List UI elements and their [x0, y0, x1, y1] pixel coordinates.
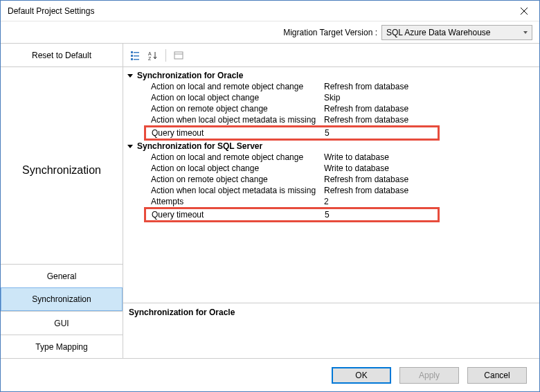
prop-sql-remote[interactable]: Action on remote object changeRefresh fr…	[123, 174, 537, 185]
svg-rect-7	[134, 59, 139, 60]
reset-label: Reset to Default	[32, 51, 91, 60]
group-sql[interactable]: Synchronization for SQL Server	[123, 141, 537, 152]
nav-general[interactable]: General	[1, 264, 123, 287]
property-grid[interactable]: Synchronization for Oracle Action on loc…	[123, 67, 539, 303]
nav-synchronization[interactable]: Synchronization	[1, 287, 123, 311]
prop-sql-attempts[interactable]: Attempts2	[123, 196, 537, 207]
titlebar: Default Project Settings	[1, 1, 539, 21]
highlight-sql-timeout: Query timeout5	[144, 207, 440, 222]
cancel-button[interactable]: Cancel	[467, 367, 527, 384]
alpha-sort-icon: AZ	[148, 51, 158, 60]
svg-rect-4	[131, 55, 133, 57]
description-title: Synchronization for Oracle	[129, 308, 235, 317]
svg-rect-3	[134, 52, 139, 53]
prop-sql-local-remote[interactable]: Action on local and remote object change…	[123, 152, 537, 163]
prop-oracle-local[interactable]: Action on local object changeSkip	[123, 92, 537, 103]
left-column: Reset to Default Synchronization General…	[1, 44, 123, 358]
description-panel: Synchronization for Oracle	[123, 303, 539, 358]
settings-window: Default Project Settings Migration Targe…	[0, 0, 540, 392]
right-column: AZ Synchronization for Oracle	[123, 44, 539, 358]
body: Reset to Default Synchronization General…	[1, 44, 539, 358]
prop-oracle-remote[interactable]: Action on remote object changeRefresh fr…	[123, 103, 537, 114]
prop-oracle-local-remote[interactable]: Action on local and remote object change…	[123, 81, 537, 92]
categorized-button[interactable]	[127, 48, 143, 63]
group-sql-header: Synchronization for SQL Server	[137, 141, 262, 151]
prop-sql-local[interactable]: Action on local object changeWrite to da…	[123, 163, 537, 174]
prop-sql-timeout[interactable]: Query timeout5	[146, 209, 438, 220]
property-toolbar: AZ	[123, 44, 539, 67]
reset-to-default-button[interactable]: Reset to Default	[1, 44, 123, 67]
svg-text:Z: Z	[148, 56, 152, 60]
svg-text:A: A	[148, 51, 152, 56]
group-oracle[interactable]: Synchronization for Oracle	[123, 70, 537, 81]
window-title: Default Project Settings	[8, 6, 508, 16]
nav-type-mapping[interactable]: Type Mapping	[1, 335, 123, 358]
toolbar-separator	[165, 49, 166, 62]
group-oracle-header: Synchronization for Oracle	[137, 71, 243, 80]
nav-gui[interactable]: GUI	[1, 311, 123, 335]
svg-rect-11	[174, 52, 183, 59]
target-row: Migration Target Version : SQL Azure Dat…	[1, 21, 539, 44]
chevron-down-icon	[127, 74, 133, 78]
target-label: Migration Target Version :	[283, 28, 377, 37]
ok-button[interactable]: OK	[332, 367, 391, 384]
apply-button: Apply	[399, 367, 459, 384]
target-version-value: SQL Azure Data Warehouse	[386, 28, 491, 37]
target-version-select[interactable]: SQL Azure Data Warehouse	[381, 25, 532, 40]
prop-sql-missing[interactable]: Action when local object metadata is mis…	[123, 185, 537, 196]
close-button[interactable]	[508, 1, 539, 21]
highlight-oracle-timeout: Query timeout5	[144, 125, 440, 141]
nav-spacer	[1, 177, 123, 264]
svg-rect-2	[131, 51, 133, 53]
svg-rect-6	[131, 58, 133, 60]
close-icon	[521, 8, 528, 15]
chevron-down-icon	[127, 145, 133, 148]
page-title: Synchronization	[1, 67, 123, 177]
svg-rect-5	[134, 55, 139, 57]
property-pages-button[interactable]	[171, 48, 186, 63]
prop-oracle-timeout[interactable]: Query timeout5	[146, 127, 438, 139]
prop-oracle-missing[interactable]: Action when local object metadata is mis…	[123, 114, 537, 125]
alpha-sort-button[interactable]: AZ	[145, 48, 161, 63]
chevron-down-icon	[523, 31, 528, 34]
property-pages-icon	[174, 51, 183, 60]
footer: OK Apply Cancel	[1, 358, 539, 391]
categorized-icon	[130, 51, 140, 60]
